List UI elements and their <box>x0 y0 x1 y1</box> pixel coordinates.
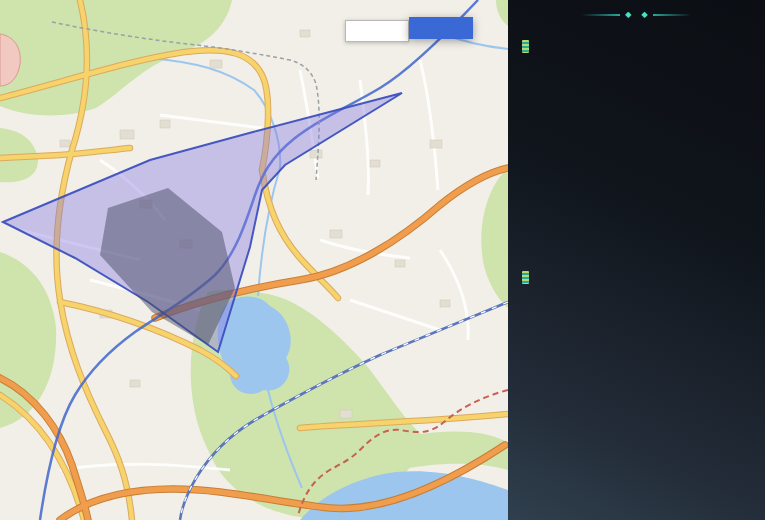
map-canvas[interactable] <box>0 0 508 520</box>
app-window: ◆ ◆ <box>0 0 765 520</box>
dropdown-header[interactable] <box>409 17 473 39</box>
analysis-panel: ◆ ◆ <box>508 0 765 520</box>
map-base-tiles <box>0 0 508 520</box>
project-scope-button[interactable] <box>345 20 409 42</box>
education-bar-chart <box>508 0 765 240</box>
section-age <box>522 271 541 284</box>
section-marker-icon <box>522 271 529 284</box>
analysis-dropdown <box>409 17 473 39</box>
